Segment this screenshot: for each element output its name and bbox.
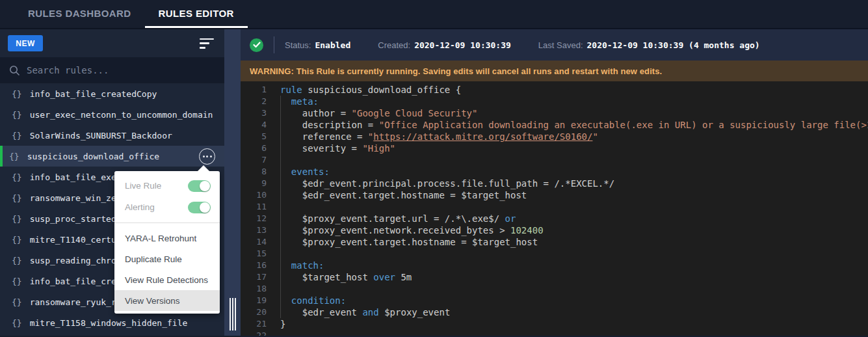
- line-number: 22: [241, 330, 267, 336]
- rule-list-item[interactable]: {}suspicious_download_office: [0, 146, 224, 167]
- code-line: 2 meta:: [241, 96, 868, 107]
- code-line: 17 $target_host over 5m: [241, 271, 868, 283]
- line-number: 19: [241, 295, 267, 306]
- line-content: $proxy_event.target.hostname = $target_h…: [267, 236, 538, 248]
- line-content: $edr_event.target.hostname = $target_hos…: [267, 189, 527, 201]
- search-bar: [0, 57, 224, 83]
- warning-banner: WARNING: This Rule is currently running.…: [241, 61, 868, 81]
- status-label: Status:: [285, 40, 311, 50]
- line-number: 2: [241, 96, 267, 107]
- code-line: 21}: [241, 318, 868, 330]
- rule-name: user_exec_netconn_to_uncommon_domain: [30, 110, 213, 120]
- tab-rules-editor[interactable]: RULES EDITOR: [145, 0, 248, 28]
- rule-name: ransomware_win_ze: [30, 193, 116, 203]
- menu-item-yara-l-retrohunt[interactable]: YARA-L Retrohunt: [114, 228, 220, 249]
- code-line: 1rule suspicious_download_office {: [241, 84, 868, 96]
- splitter-grip-icon[interactable]: [230, 298, 236, 330]
- line-content: $edr_event and $proxy_event: [267, 306, 450, 318]
- line-number: 21: [241, 318, 267, 330]
- line-content: $proxy_event.target.url = /.*\.exe$/ or: [267, 213, 516, 224]
- code-line: 9 $edr_event.principal.process.file.full…: [241, 178, 868, 189]
- rule-list-item[interactable]: {}info_bat_file_createdCopy: [0, 83, 224, 104]
- new-rule-button[interactable]: NEW: [8, 35, 43, 51]
- sort-icon[interactable]: [200, 38, 215, 49]
- code-line: 11: [241, 201, 868, 213]
- code-line: 16 match:: [241, 260, 868, 271]
- line-content: rule suspicious_download_office {: [267, 84, 461, 96]
- enabled-check-icon: [250, 38, 263, 52]
- rule-name: suspicious_download_office: [27, 152, 160, 161]
- line-content: $target_host over 5m: [267, 271, 412, 283]
- pane-splitter: [224, 29, 241, 336]
- line-number: 10: [241, 189, 267, 201]
- status-value: Enabled: [315, 40, 350, 50]
- line-content: }: [267, 318, 285, 330]
- code-line: 4 description = "Office Application down…: [241, 119, 868, 131]
- line-content: [267, 248, 280, 260]
- line-number: 7: [241, 154, 267, 166]
- line-content: meta:: [267, 96, 319, 107]
- code-line: 12 $proxy_event.target.url = /.*\.exe$/ …: [241, 213, 868, 224]
- braces-icon: {}: [12, 256, 22, 265]
- menu-item-duplicate-rule[interactable]: Duplicate Rule: [114, 249, 220, 269]
- line-content: author = "Google Cloud Security": [267, 107, 477, 119]
- braces-icon: {}: [9, 152, 20, 161]
- code-line: 8 events:: [241, 166, 868, 178]
- rule-name: SolarWinds_SUNBURST_Backdoor: [30, 131, 172, 141]
- status-field: Status: Enabled: [285, 40, 350, 50]
- created-label: Created:: [378, 40, 410, 50]
- braces-icon: {}: [12, 235, 22, 245]
- rule-name: info_bat_file_createdCopy: [30, 89, 157, 99]
- search-icon: [9, 65, 20, 76]
- alerting-toggle[interactable]: [188, 202, 211, 213]
- rule-status-bar: Status: Enabled Created: 2020-12-09 10:3…: [241, 29, 868, 61]
- rule-list-item[interactable]: {}SolarWinds_SUNBURST_Backdoor: [0, 125, 224, 146]
- braces-icon: {}: [12, 318, 22, 328]
- line-number: 3: [241, 107, 267, 119]
- sidebar-toolbar: NEW: [0, 29, 224, 57]
- line-number: 16: [241, 260, 267, 271]
- menu-toggle-row: Live Rule: [114, 175, 220, 196]
- line-number: 6: [241, 142, 267, 154]
- line-content: reference = "https://attack.mitre.org/so…: [267, 131, 598, 142]
- line-number: 17: [241, 271, 267, 283]
- line-number: 12: [241, 213, 267, 224]
- menu-toggle-row: Alerting: [114, 196, 220, 218]
- rule-name: ransomware_ryuk_r: [30, 297, 116, 307]
- rule-list-item[interactable]: {}mitre_T1158_windows_hidden_file: [0, 312, 224, 333]
- line-number: 1: [241, 84, 267, 96]
- braces-icon: {}: [12, 89, 22, 99]
- line-content: [267, 154, 280, 166]
- menu-item-view-rule-detections[interactable]: View Rule Detections: [114, 269, 220, 290]
- line-content: match:: [267, 260, 324, 271]
- line-number: 13: [241, 224, 267, 236]
- code-line: 14 $proxy_event.target.hostname = $targe…: [241, 236, 868, 248]
- line-content: description = "Office Application downlo…: [267, 119, 868, 131]
- rule-name: info_bat_file_exe: [30, 172, 116, 182]
- code-line: 13 $proxy_event.network.received_bytes >…: [241, 224, 868, 236]
- line-number: 9: [241, 178, 267, 189]
- line-number: 14: [241, 236, 267, 248]
- tab-rules-dashboard[interactable]: RULES DASHBOARD: [14, 0, 145, 28]
- live-rule-toggle[interactable]: [188, 180, 211, 192]
- code-line: 19 condition:: [241, 295, 868, 306]
- braces-icon: {}: [12, 172, 22, 182]
- menu-divider: [114, 222, 220, 223]
- menu-item-view-versions[interactable]: View Versions: [114, 290, 220, 311]
- braces-icon: {}: [12, 131, 22, 141]
- code-line: 6 severity = "High": [241, 142, 868, 154]
- line-number: 20: [241, 306, 267, 318]
- code-line: 10 $edr_event.target.hostname = $target_…: [241, 189, 868, 201]
- rule-options-icon[interactable]: [199, 148, 215, 165]
- code-editor[interactable]: 1rule suspicious_download_office {2 meta…: [241, 81, 868, 336]
- warning-text: WARNING: This Rule is currently running.…: [250, 66, 662, 76]
- editor-pane: Status: Enabled Created: 2020-12-09 10:3…: [241, 29, 868, 336]
- rule-list-item[interactable]: {}user_exec_netconn_to_uncommon_domain: [0, 104, 224, 125]
- search-input[interactable]: [27, 65, 196, 75]
- line-content: [267, 330, 280, 336]
- line-number: 18: [241, 283, 267, 295]
- last-saved-field: Last Saved: 2020-12-09 10:30:39 (4 month…: [538, 40, 760, 50]
- last-saved-value: 2020-12-09 10:30:39 (4 months ago): [587, 40, 760, 50]
- rule-name: susp_reading_chro: [30, 256, 116, 265]
- line-content: events:: [267, 166, 330, 178]
